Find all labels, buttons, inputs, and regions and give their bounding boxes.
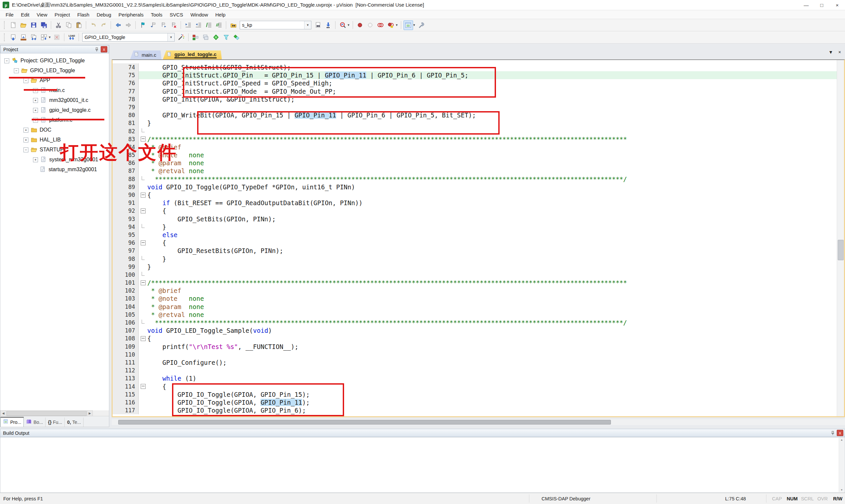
workspace-tab-pro[interactable]: Pro... <box>0 417 24 427</box>
target-select[interactable]: ▼ <box>82 33 175 41</box>
document-tab-gpio-led-toggle-c[interactable]: gpio_led_toggle.c <box>163 51 222 59</box>
tree-item-doc[interactable]: +DOC <box>0 125 109 135</box>
batch-build-button-dropdown-icon[interactable]: ▼ <box>48 36 51 39</box>
pin-icon[interactable] <box>94 47 100 52</box>
new-file-button[interactable] <box>8 20 18 30</box>
tree-item-system-mm32g0001[interactable]: +system_mm32g0001 <box>0 155 109 165</box>
code-line-94[interactable]: 94 } <box>113 223 837 231</box>
tree-item-startup[interactable]: −STARTUP <box>0 145 109 155</box>
tab-list-dropdown-icon[interactable]: ▼ <box>828 50 833 55</box>
tree-item-main-c[interactable]: +main.c <box>0 86 109 95</box>
tree-item-project-gpio-led-toggle[interactable]: −Project: GPIO_LED_Toggle <box>0 56 109 66</box>
workspace-tab-fu[interactable]: {}Fu... <box>46 418 65 427</box>
fold-collapse-icon[interactable] <box>139 135 147 143</box>
tree-item-gpio-led-toggle[interactable]: −GPIO_LED_Toggle <box>0 66 109 75</box>
fold-collapse-icon[interactable] <box>139 191 147 199</box>
code-line-113[interactable]: 113 while (1) <box>113 374 837 382</box>
rebuild-button[interactable] <box>29 33 38 42</box>
select-software-packs-button[interactable] <box>222 33 231 42</box>
editor-hscrollbar[interactable] <box>111 419 845 425</box>
expand-icon[interactable]: + <box>33 157 38 162</box>
scroll-right-icon[interactable]: ▶ <box>87 410 93 416</box>
configure-button[interactable] <box>417 20 426 30</box>
pin-icon[interactable] <box>830 430 836 436</box>
paste-button[interactable] <box>74 20 84 30</box>
code-line-83[interactable]: 83/*************************************… <box>113 135 837 143</box>
menu-file[interactable]: File <box>2 11 17 18</box>
build-output-close-icon[interactable]: x <box>837 430 843 436</box>
build-output-scrollbar[interactable]: ▲▼ <box>839 438 844 492</box>
current-project-window-button-dropdown-icon[interactable]: ▼ <box>413 23 416 27</box>
code-line-98[interactable]: 98 } <box>113 255 837 263</box>
code-line-105[interactable]: 105 * @retval none <box>113 311 837 319</box>
code-line-117[interactable]: 117 GPIO_IO_Toggle(GPIOA, GPIO_Pin_6); <box>113 407 837 414</box>
indent-button[interactable] <box>183 20 193 30</box>
navigate-back-button[interactable] <box>113 20 123 30</box>
code-line-99[interactable]: 99} <box>113 263 837 271</box>
fold-collapse-icon[interactable] <box>139 279 147 287</box>
code-line-108[interactable]: 108{ <box>113 335 837 342</box>
save-all-button[interactable] <box>39 20 49 30</box>
prev-bookmark-button[interactable] <box>148 20 158 30</box>
menu-edit[interactable]: Edit <box>17 11 33 18</box>
fold-collapse-icon[interactable] <box>139 207 147 215</box>
code-line-89[interactable]: 89void GPIO_IO_Toggle(GPIO_TypeDef *GPIO… <box>113 183 837 191</box>
code-line-106[interactable]: 106 ************************************… <box>113 319 837 326</box>
expand-icon[interactable]: + <box>23 138 29 143</box>
tree-item-startup-mm32g0001[interactable]: startup_mm32g0001 <box>0 165 109 175</box>
fold-collapse-icon[interactable] <box>139 383 147 391</box>
search-combo[interactable]: ▼ <box>240 21 311 29</box>
code-line-112[interactable]: 112 <box>113 366 837 374</box>
find-button[interactable] <box>338 20 347 30</box>
build-button[interactable] <box>18 33 28 42</box>
collapse-icon[interactable]: − <box>23 78 29 83</box>
code-line-79[interactable]: 79 <box>113 103 837 111</box>
stop-build-button[interactable] <box>52 33 62 42</box>
code-line-115[interactable]: 115 GPIO_IO_Toggle(GPIOA, GPIO_Pin_15); <box>113 391 837 398</box>
vscroll-thumb[interactable] <box>838 240 844 260</box>
code-line-81[interactable]: 81} <box>113 119 837 127</box>
kill-breakpoints-button[interactable] <box>386 20 396 30</box>
undo-button[interactable] <box>88 20 98 30</box>
fold-collapse-icon[interactable] <box>139 239 147 247</box>
navigate-forward-button[interactable] <box>123 20 133 30</box>
find-in-documents-button[interactable] <box>313 20 323 30</box>
scroll-left-icon[interactable]: ◀ <box>0 410 6 416</box>
menu-help[interactable]: Help <box>212 11 229 18</box>
code-line-96[interactable]: 96 { <box>113 239 837 247</box>
code-line-102[interactable]: 102 * @brief <box>113 287 837 294</box>
translate-button[interactable] <box>8 33 18 42</box>
incremental-find-button[interactable] <box>323 20 333 30</box>
code-line-110[interactable]: 110 <box>113 350 837 359</box>
editor-hscroll-thumb[interactable] <box>118 420 611 425</box>
batch-build-button[interactable] <box>39 33 49 42</box>
options-for-target-button[interactable] <box>176 33 186 42</box>
comment-button[interactable] <box>204 20 213 30</box>
copy-button[interactable] <box>64 20 73 30</box>
code-line-100[interactable]: 100 <box>113 271 837 279</box>
collapse-icon[interactable]: − <box>23 147 29 152</box>
expand-icon[interactable]: + <box>33 108 38 113</box>
open-file-button[interactable] <box>18 20 28 30</box>
code-line-85[interactable]: 85 * @note none <box>113 151 837 159</box>
code-line-103[interactable]: 103 * @note none <box>113 294 837 303</box>
expand-icon[interactable]: + <box>33 88 38 93</box>
menu-flash[interactable]: Flash <box>74 11 93 18</box>
code-line-107[interactable]: 107void GPIO_LED_Toggle_Sample(void) <box>113 326 837 335</box>
menu-project[interactable]: Project <box>51 11 74 18</box>
menu-debug[interactable]: Debug <box>93 11 115 18</box>
code-line-84[interactable]: 84 * @brief <box>113 143 837 151</box>
code-line-76[interactable]: 76 GPIO_InitStruct.GPIO_Speed = GPIO_Spe… <box>113 79 837 87</box>
build-output-body[interactable]: ▲▼ <box>0 437 845 493</box>
menu-window[interactable]: Window <box>187 11 212 18</box>
minimize-button[interactable]: — <box>798 0 814 10</box>
code-line-90[interactable]: 90{ <box>113 191 837 199</box>
code-line-111[interactable]: 111 GPIO_Configure(); <box>113 359 837 366</box>
code-line-77[interactable]: 77 GPIO_InitStruct.GPIO_Mode = GPIO_Mode… <box>113 87 837 95</box>
pack-installer-button[interactable] <box>232 33 241 42</box>
code-area[interactable]: 74 GPIO_StructInit(&GPIO_InitStruct);75 … <box>113 60 837 416</box>
insert-breakpoint-button[interactable] <box>355 20 365 30</box>
expand-icon[interactable]: + <box>23 128 29 132</box>
find-in-files-button[interactable] <box>228 20 238 30</box>
menu-svcs[interactable]: SVCS <box>166 11 187 18</box>
